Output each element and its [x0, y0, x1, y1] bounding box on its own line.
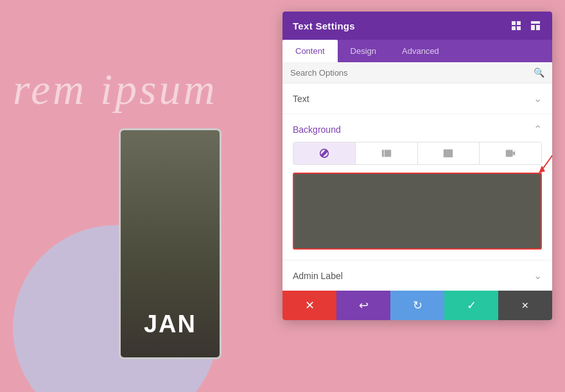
panel-body: Text ⌄ Background ⌃ — [282, 83, 552, 291]
svg-rect-3 — [517, 26, 521, 30]
background-section: Background ⌃ — [282, 114, 552, 260]
redo-button[interactable]: ↻ — [390, 291, 444, 320]
svg-rect-0 — [512, 21, 516, 25]
panel-title: Text Settings — [293, 21, 355, 31]
bg-tab-color[interactable] — [293, 142, 356, 164]
admin-label-title: Admin Label — [293, 271, 343, 281]
bg-text-left: rem ipsum — [13, 64, 218, 115]
settings-icon-btn[interactable] — [510, 19, 523, 32]
cancel-button[interactable]: ✕ — [282, 291, 336, 320]
panel-header: Text Settings — [282, 12, 552, 40]
phone-mockup: JAN — [119, 128, 222, 359]
bottom-toolbar: ✕ ↩ ↻ ✓ ✕ — [282, 291, 552, 320]
search-bar: 🔍 — [282, 62, 552, 83]
svg-rect-1 — [517, 21, 521, 25]
bg-tab-video[interactable] — [480, 142, 541, 164]
svg-rect-2 — [512, 26, 516, 30]
color-swatch-area[interactable] — [293, 173, 542, 250]
tab-content[interactable]: Content — [282, 40, 338, 62]
svg-line-12 — [542, 148, 552, 170]
svg-rect-7 — [381, 150, 390, 157]
panel-header-icons — [510, 19, 542, 32]
svg-point-10 — [446, 151, 448, 153]
text-section-title: Text — [293, 94, 309, 104]
search-icon[interactable]: 🔍 — [534, 67, 544, 78]
text-settings-panel: Text Settings Content Design Advanced 🔍 … — [282, 12, 552, 320]
admin-chevron-icon: ⌄ — [534, 269, 542, 282]
bg-tab-gradient[interactable] — [356, 142, 418, 164]
tab-advanced[interactable]: Advanced — [389, 40, 452, 62]
svg-rect-4 — [531, 21, 540, 24]
bg-chevron-icon: ⌃ — [534, 123, 542, 135]
undo-button[interactable]: ↩ — [336, 291, 390, 320]
phone-label: JAN — [144, 311, 196, 338]
close-extra-button[interactable]: ✕ — [498, 291, 552, 320]
panel-tabs: Content Design Advanced — [282, 40, 552, 62]
bg-section-header[interactable]: Background ⌃ — [293, 114, 542, 142]
svg-rect-6 — [536, 25, 540, 30]
bg-section-title: Background — [293, 124, 341, 135]
arrow-annotation — [535, 144, 552, 176]
tab-design[interactable]: Design — [338, 40, 389, 62]
search-input[interactable] — [290, 68, 534, 78]
admin-label-section[interactable]: Admin Label ⌄ — [282, 260, 552, 291]
text-chevron-icon: ⌄ — [534, 92, 542, 105]
text-section[interactable]: Text ⌄ — [282, 83, 552, 114]
svg-rect-5 — [531, 25, 535, 30]
layout-icon-btn[interactable] — [529, 19, 542, 32]
bg-tab-row — [293, 142, 542, 165]
svg-rect-11 — [506, 150, 513, 157]
bg-tab-image[interactable] — [418, 142, 480, 164]
confirm-button[interactable]: ✓ — [444, 291, 498, 320]
phone-inner: JAN — [121, 130, 220, 357]
